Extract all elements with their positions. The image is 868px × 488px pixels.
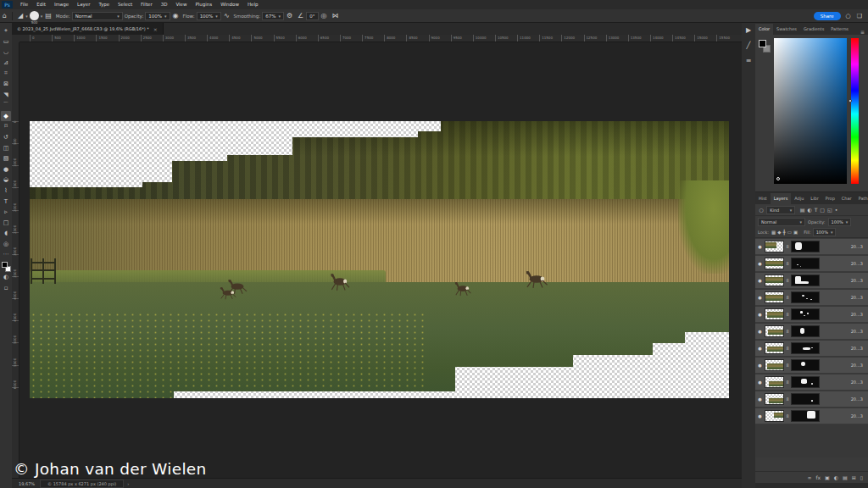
brush-angle-field[interactable]: 0° — [306, 12, 318, 20]
layer-name[interactable]: 20...3 — [851, 261, 863, 266]
eraser-tool[interactable]: ◫ — [1, 143, 11, 154]
link-layers-icon[interactable]: ∞ — [807, 474, 811, 480]
layer-mask-thumbnail[interactable] — [791, 241, 820, 252]
layer-thumbnail[interactable] — [765, 376, 784, 388]
quick-mask-tool[interactable]: ◐ — [1, 272, 11, 283]
layer-name[interactable]: 20...3 — [851, 396, 863, 402]
mask-link-icon[interactable]: 8 — [784, 312, 791, 317]
tab-gradients[interactable]: Gradients — [800, 24, 827, 35]
layer-name[interactable]: 20...3 — [851, 244, 863, 249]
smoothing-select[interactable]: 67% ▾ — [262, 12, 284, 20]
mask-link-icon[interactable]: 8 — [784, 244, 791, 249]
mask-link-icon[interactable]: 8 — [784, 295, 791, 300]
layer-blend-mode-select[interactable]: Normal ▾ — [758, 218, 805, 226]
workspace-switcher-icon[interactable]: ❏ — [857, 13, 862, 19]
saturation-brightness-picker[interactable] — [774, 38, 847, 184]
layer-style-icon[interactable]: fx — [815, 474, 821, 480]
brush-tool[interactable]: ◆ — [1, 111, 11, 122]
type-tool[interactable]: T — [1, 197, 11, 208]
tab-layers[interactable]: Layers — [771, 193, 792, 204]
layer-row[interactable]: ●820...3 — [755, 256, 868, 272]
eyedropper-tool[interactable]: ◥ — [1, 90, 11, 101]
menu-item-filter[interactable]: Filter — [136, 0, 157, 9]
symmetry-icon[interactable]: ⋈ — [332, 12, 339, 19]
pressure-opacity-icon[interactable]: ◉ — [173, 12, 179, 19]
menu-item-image[interactable]: Image — [50, 0, 73, 9]
menu-item-plugins[interactable]: Plugins — [191, 0, 216, 9]
screen-mode-tool[interactable]: ▫ — [1, 283, 11, 294]
brush-preset-picker[interactable]: 500 — [30, 11, 39, 20]
menu-item-3d[interactable]: 3D — [157, 0, 172, 9]
layer-mask-thumbnail[interactable] — [791, 410, 820, 422]
mask-link-icon[interactable]: 8 — [784, 396, 791, 402]
search-icon[interactable]: ○ — [846, 13, 851, 19]
layer-visibility-eye-icon[interactable]: ● — [755, 244, 765, 249]
filter-smart-object-icon[interactable]: ◱ — [826, 207, 834, 213]
lock-all-icon[interactable]: ▣ — [793, 230, 798, 235]
share-button[interactable]: Share — [814, 12, 841, 20]
menu-item-window[interactable]: Window — [216, 0, 243, 9]
layer-mask-thumbnail[interactable] — [791, 258, 820, 269]
layer-name[interactable]: 20...3 — [851, 413, 863, 419]
zoom-tool[interactable]: ◎ — [1, 239, 11, 250]
tab-patterns[interactable]: Patterns — [827, 24, 852, 35]
layer-mask-thumbnail[interactable] — [791, 359, 820, 371]
new-layer-icon[interactable]: ⊞ — [852, 474, 856, 480]
layer-visibility-eye-icon[interactable]: ● — [755, 295, 765, 300]
layer-row[interactable]: ●820...3 — [755, 239, 868, 255]
filter-type-icon[interactable]: T — [813, 207, 819, 213]
layer-mask-thumbnail[interactable] — [791, 308, 820, 320]
gear-icon[interactable]: ⚙ — [287, 12, 292, 19]
adjustment-layer-icon[interactable]: ◐ — [834, 474, 838, 480]
layer-visibility-eye-icon[interactable]: ● — [755, 363, 765, 368]
document-canvas[interactable] — [30, 121, 729, 398]
layer-mask-thumbnail[interactable] — [791, 291, 820, 303]
layer-thumbnail[interactable] — [765, 359, 784, 371]
close-icon[interactable]: × — [153, 26, 158, 32]
hue-slider[interactable] — [851, 38, 859, 184]
flow-select[interactable]: 100% ▾ — [197, 12, 221, 20]
layer-mask-thumbnail[interactable] — [791, 393, 820, 405]
shape-tool[interactable]: □ — [1, 218, 11, 229]
layer-thumbnail[interactable] — [765, 393, 784, 405]
layer-opacity-field[interactable]: 100% ▾ — [828, 218, 852, 226]
status-options-arrow-icon[interactable]: › — [127, 481, 129, 486]
new-group-icon[interactable]: ▤ — [843, 474, 848, 480]
foreground-background-colors[interactable] — [2, 262, 11, 272]
tab-char[interactable]: Char — [838, 193, 855, 204]
menu-item-file[interactable]: File — [16, 0, 32, 9]
lock-artboard-icon[interactable]: ▭ — [787, 230, 793, 235]
filter-pin-icon[interactable]: • — [833, 207, 839, 213]
menu-item-layer[interactable]: Layer — [73, 0, 94, 9]
properties-panel-icon[interactable]: ≡ — [746, 57, 752, 64]
gradient-tool[interactable]: ▧ — [1, 153, 11, 164]
layer-visibility-eye-icon[interactable]: ● — [755, 346, 765, 351]
filter-pixel-icon[interactable]: ▤ — [798, 207, 806, 213]
clone-stamp-tool[interactable]: ⌑ — [1, 121, 11, 132]
document-tab[interactable]: © 2023_04_25 JvdWielen_JR7_6668.CR3 @ 19… — [12, 23, 164, 35]
layer-visibility-eye-icon[interactable]: ● — [755, 278, 765, 283]
home-icon[interactable]: ⌂ — [3, 12, 7, 19]
layer-row[interactable]: ●820...3 — [755, 341, 868, 357]
chevron-down-icon[interactable]: ▾ — [25, 14, 28, 19]
expand-panels-icon[interactable]: ▶ — [746, 26, 751, 34]
layer-name[interactable]: 20...3 — [851, 312, 863, 317]
layer-name[interactable]: 20...3 — [851, 346, 863, 351]
layer-row[interactable]: ●820...3 — [755, 408, 868, 424]
layer-thumbnail[interactable] — [765, 241, 784, 252]
layer-thumbnail[interactable] — [765, 308, 784, 320]
layer-name[interactable]: 20...3 — [851, 278, 863, 283]
history-brush-panel-icon[interactable]: ╱ — [747, 42, 751, 49]
tab-swatches[interactable]: Swatches — [773, 24, 800, 35]
mask-link-icon[interactable]: 8 — [784, 363, 791, 368]
marquee-tool[interactable]: ▭ — [1, 36, 11, 47]
layer-row[interactable]: ●820...3 — [755, 358, 868, 374]
crop-tool[interactable]: ⌗ — [1, 68, 11, 79]
delete-layer-icon[interactable]: ▯ — [860, 474, 863, 480]
tab-adju[interactable]: Adju — [791, 193, 807, 204]
object-selection-tool[interactable]: ⊿ — [1, 58, 11, 69]
layer-thumbnail[interactable] — [765, 410, 784, 422]
filter-adjustment-icon[interactable]: ◐ — [806, 207, 813, 213]
layer-thumbnail[interactable] — [765, 291, 784, 303]
hue-slider-marker[interactable] — [849, 99, 852, 103]
